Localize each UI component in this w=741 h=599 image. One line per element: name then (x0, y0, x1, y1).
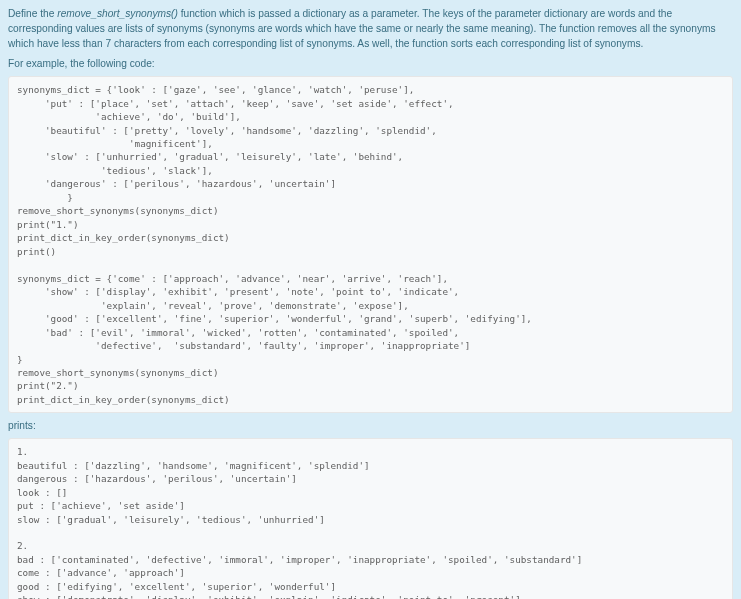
expected-output: 1. beautiful : ['dazzling', 'handsome', … (8, 438, 733, 599)
intro-paragraph: Define the remove_short_synonyms() funct… (8, 7, 733, 51)
intro-text-1: Define the (8, 8, 57, 19)
function-name: remove_short_synonyms() (57, 8, 178, 19)
prints-label: prints: (8, 419, 733, 434)
code-sample: synonyms_dict = {'look' : ['gaze', 'see'… (8, 76, 733, 413)
example-label: For example, the following code: (8, 57, 733, 72)
problem-statement: Define the remove_short_synonyms() funct… (0, 0, 741, 599)
